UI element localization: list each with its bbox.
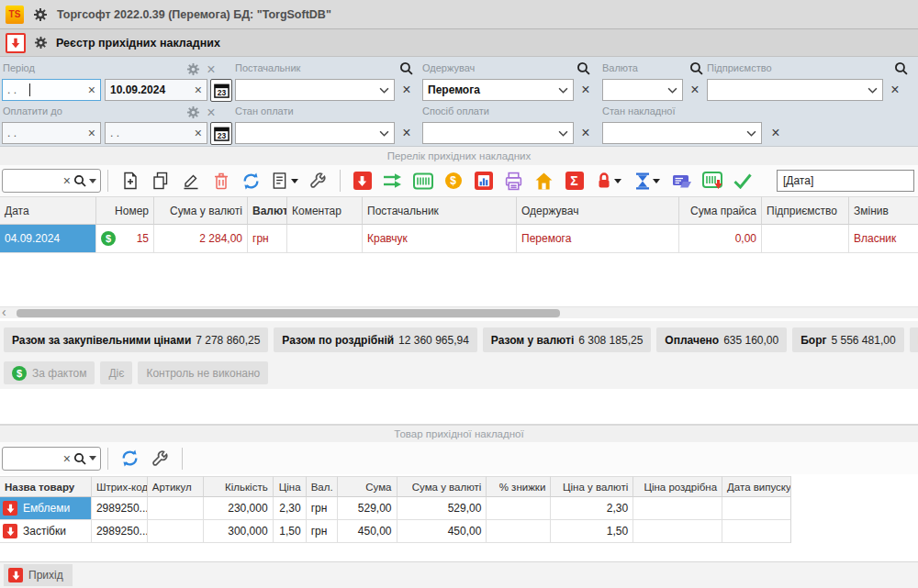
payment-method-clear-icon[interactable]: × [577, 122, 594, 144]
column-header[interactable]: Змінив [849, 196, 918, 225]
delete-invoice-button[interactable] [210, 171, 231, 192]
search-clear-icon[interactable]: × [63, 174, 71, 187]
settings-button[interactable] [308, 171, 329, 192]
transfer-button[interactable] [382, 171, 403, 192]
column-header[interactable]: Сума прайса [679, 196, 762, 225]
period-to-clear-icon[interactable]: × [195, 83, 202, 96]
receiver-clear-icon[interactable]: × [577, 79, 594, 101]
search-icon[interactable] [73, 452, 86, 465]
pay-until-to-input[interactable]: . . × [105, 122, 207, 144]
invoice-number-cell[interactable]: $ 15 [96, 225, 154, 253]
invoice-state-select[interactable] [602, 122, 762, 144]
item-name-cell[interactable]: Емблеми [0, 497, 92, 520]
column-header[interactable]: Вал. [307, 476, 338, 497]
item-sum-cell[interactable]: 450,00 [338, 520, 397, 543]
pay-until-clear-icon[interactable]: × [203, 102, 219, 124]
refresh-button[interactable] [241, 171, 262, 192]
payment-state-clear-icon[interactable]: × [398, 122, 415, 144]
item-currency-cell[interactable]: грн [307, 520, 338, 543]
pending-menu-button[interactable] [633, 171, 662, 192]
copy-invoice-button[interactable] [150, 171, 171, 192]
item-sum-cell[interactable]: 529,00 [338, 497, 397, 520]
barcode-load-button[interactable] [701, 171, 722, 192]
sum-button[interactable]: Σ [564, 171, 585, 192]
group-field-input[interactable]: [Дата] [777, 170, 914, 192]
pay-until-from-input[interactable]: . . × [2, 122, 101, 144]
supplier-search-icon[interactable] [399, 61, 413, 75]
income-button[interactable] [352, 171, 373, 192]
invoice-enterprise-cell[interactable] [762, 225, 849, 253]
column-header[interactable]: Сума [338, 476, 397, 497]
add-invoice-button[interactable] [119, 171, 140, 192]
currency-select[interactable] [602, 79, 683, 101]
payment-button[interactable]: $ [442, 171, 464, 192]
invoice-changed-by-cell[interactable]: Власник [849, 225, 918, 253]
column-header[interactable]: Артикул [148, 476, 204, 497]
gear-icon[interactable] [34, 36, 48, 50]
search-icon[interactable] [73, 174, 86, 187]
item-sum-currency-cell[interactable]: 529,00 [397, 497, 487, 520]
items-settings-button[interactable] [150, 448, 171, 469]
item-release-date-cell[interactable] [722, 520, 790, 543]
items-refresh-button[interactable] [119, 448, 140, 469]
enterprise-clear-icon[interactable]: × [887, 79, 903, 101]
supplier-select[interactable] [235, 79, 395, 101]
column-header[interactable]: Коментар [287, 196, 363, 225]
invoice-amount-cell[interactable]: 2 284,00 [154, 225, 248, 253]
column-header[interactable]: Штрих-код [92, 476, 148, 497]
column-header[interactable]: Одержувач [517, 196, 679, 225]
barcode-button[interactable] [412, 171, 433, 192]
search-options-chevron-icon[interactable] [89, 456, 96, 460]
period-from-clear-icon[interactable]: × [88, 83, 95, 96]
pay-until-to-clear-icon[interactable]: × [195, 127, 202, 139]
invoice-supplier-cell[interactable]: Кравчук [363, 225, 517, 253]
invoice-price-sum-cell[interactable]: 0,00 [679, 225, 762, 253]
receiver-search-icon[interactable] [577, 61, 590, 75]
item-barcode-cell[interactable]: 2989250... [92, 497, 148, 520]
item-qty-cell[interactable]: 230,000 [204, 497, 274, 520]
column-header[interactable]: Підприємство [762, 196, 849, 225]
print-button[interactable] [503, 171, 524, 192]
column-header[interactable]: Ціна роздрібна [633, 476, 722, 497]
item-sum-currency-cell[interactable]: 450,00 [397, 520, 487, 543]
home-button[interactable] [533, 171, 554, 192]
invoice-receiver-cell[interactable]: Перемога [517, 225, 679, 253]
column-header[interactable]: Сума у валюті [154, 196, 248, 225]
column-header[interactable]: Дата випуску [722, 476, 790, 497]
invoice-currency-cell[interactable]: грн [248, 225, 287, 253]
column-header[interactable]: Назва товару [0, 476, 92, 497]
chart-button[interactable] [473, 171, 494, 192]
currency-clear-icon[interactable]: × [687, 79, 703, 101]
column-header[interactable]: Кількість [204, 476, 274, 497]
column-header[interactable]: Ціна [274, 476, 307, 497]
edit-invoice-button[interactable] [180, 171, 201, 192]
price-tags-button[interactable] [671, 171, 692, 192]
item-row[interactable]: Застібки 2989250... 300,000 1,50 грн 450… [0, 520, 790, 543]
enterprise-search-icon[interactable] [894, 61, 908, 75]
item-row[interactable]: Емблеми 2989250... 230,000 2,30 грн 529,… [0, 497, 790, 520]
supplier-clear-icon[interactable]: × [398, 79, 415, 101]
invoice-comment-cell[interactable] [287, 225, 363, 253]
invoices-search-input[interactable]: × [2, 169, 101, 193]
item-article-cell[interactable] [148, 520, 204, 543]
period-from-input[interactable]: . . × [2, 79, 101, 101]
column-header[interactable]: Дата [0, 196, 96, 225]
item-price-currency-cell[interactable]: 2,30 [551, 497, 633, 520]
pay-until-gear-icon[interactable] [186, 105, 200, 119]
item-currency-cell[interactable]: грн [307, 497, 338, 520]
column-header[interactable]: Сума у валюті [397, 476, 487, 497]
column-header[interactable]: Номер [96, 196, 154, 225]
item-retail-price-cell[interactable] [633, 520, 722, 543]
confirm-button[interactable] [732, 171, 753, 192]
payment-state-select[interactable] [235, 122, 395, 144]
period-gear-icon[interactable] [186, 62, 200, 76]
item-retail-price-cell[interactable] [633, 497, 722, 520]
items-search-input[interactable]: × [2, 447, 101, 471]
tab-income[interactable]: Прихід [4, 564, 73, 586]
item-discount-cell[interactable] [487, 497, 551, 520]
search-clear-icon[interactable]: × [63, 452, 71, 465]
item-article-cell[interactable] [148, 497, 204, 520]
item-barcode-cell[interactable]: 2989250... [92, 520, 148, 543]
column-header[interactable]: % знижки [487, 476, 551, 497]
pay-until-calendar-button[interactable]: 23 [210, 122, 232, 145]
